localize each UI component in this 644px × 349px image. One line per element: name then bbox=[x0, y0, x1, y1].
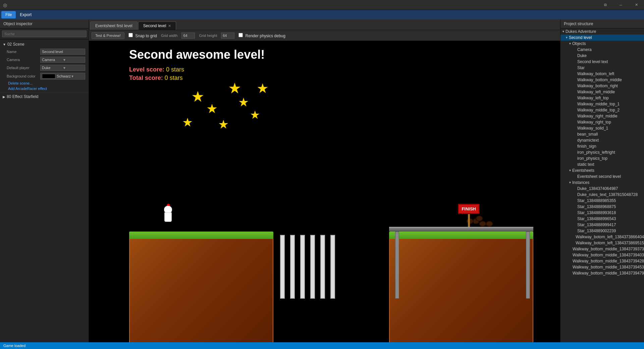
tree-item[interactable]: Walkway_bottom_middle_1384373947993 bbox=[560, 270, 644, 276]
tree-item[interactable]: Duke bbox=[560, 53, 644, 59]
tree-root[interactable]: ▼ Dukes Adventure bbox=[560, 29, 644, 35]
camera-label: Camera bbox=[7, 58, 40, 62]
tree-item-label: Star_1384888993618 bbox=[577, 210, 616, 215]
name-input[interactable] bbox=[40, 49, 85, 55]
tree-item[interactable]: Star_1384888985355 bbox=[560, 198, 644, 204]
snap-to-grid-checkbox[interactable] bbox=[128, 33, 133, 37]
tree-item-label: Walkway_bottom_right bbox=[577, 84, 618, 88]
tree-item-label: Walkway_bottom_middle_1384373937322 bbox=[573, 247, 644, 251]
default-player-dropdown-label: Duke bbox=[42, 66, 63, 70]
tab-second-level[interactable]: Second level ✕ bbox=[138, 21, 176, 30]
minimize-button[interactable]: ─ bbox=[613, 0, 629, 10]
tree-item[interactable]: Walkway_bottom_middle_1384373945327 bbox=[560, 264, 644, 270]
tree-item[interactable]: static text bbox=[560, 161, 644, 167]
tree-item[interactable]: Walkway_middle_top_2 bbox=[560, 107, 644, 113]
tree-item[interactable]: bean_small bbox=[560, 131, 644, 137]
elevated-platform bbox=[389, 227, 533, 232]
tree-item-label: Duke bbox=[577, 53, 587, 58]
grid-width-input[interactable] bbox=[181, 33, 195, 39]
tree-item[interactable]: Walkway_left_top bbox=[560, 95, 644, 101]
tree-item[interactable]: ▼Instances bbox=[560, 180, 644, 186]
total-score-row: Total score: 0 stars bbox=[129, 74, 183, 82]
tree-item[interactable]: Second level text bbox=[560, 59, 644, 65]
expand-icon: ▼ bbox=[569, 181, 572, 184]
star-4: ★ bbox=[238, 95, 249, 109]
tree-item-label: Star bbox=[577, 65, 585, 70]
preview-button[interactable]: Test & Preview! bbox=[92, 32, 124, 39]
project-structure-header: Project structure bbox=[560, 19, 644, 29]
pillar-4 bbox=[310, 235, 315, 299]
tree-item[interactable]: finish_sign bbox=[560, 143, 644, 149]
tree-item[interactable]: Walkway_bottom_middle bbox=[560, 77, 644, 83]
tree-objects[interactable]: ▼ Objects bbox=[560, 41, 644, 47]
tree-item[interactable]: Walkway_middle_top_1 bbox=[560, 101, 644, 107]
camera-dropdown[interactable]: Camera ▼ bbox=[40, 57, 85, 63]
tree-item-label: iron_physics_top bbox=[577, 156, 607, 161]
tree-item[interactable]: Walkway_left_middle bbox=[560, 89, 644, 95]
close-button[interactable]: ✕ bbox=[629, 0, 644, 10]
camera-prop-row: Camera Camera ▼ bbox=[0, 56, 89, 64]
file-menu[interactable]: File bbox=[1, 11, 16, 18]
camera-dropdown-label: Camera bbox=[42, 58, 63, 62]
star-6: ★ bbox=[182, 115, 193, 130]
platform-leg-right bbox=[526, 232, 530, 299]
tree-item[interactable]: Duke_1384374064987 bbox=[560, 186, 644, 192]
scene-label: 02 Scene bbox=[7, 42, 24, 47]
tree-item[interactable]: Walkway_botom_left_1384373869515 bbox=[560, 240, 644, 246]
add-effect-link[interactable]: Add ArcadeRacer effect bbox=[0, 86, 89, 91]
game-canvas-area: Second awesome level! Level score: 0 sta… bbox=[89, 41, 560, 342]
star-3: ★ bbox=[206, 101, 218, 116]
camera-value: Camera ▼ bbox=[40, 57, 85, 63]
tab-close-icon[interactable]: ✕ bbox=[168, 24, 171, 28]
tree-item[interactable]: Walkway_botom_left bbox=[560, 71, 644, 77]
tree-item[interactable]: Star_1384888996543 bbox=[560, 216, 644, 222]
tree-item[interactable]: dynamictext bbox=[560, 137, 644, 143]
render-physics-checkbox[interactable] bbox=[238, 33, 243, 37]
tree-item[interactable]: iron_physics_leftright bbox=[560, 149, 644, 155]
tree-item[interactable]: Camera bbox=[560, 47, 644, 53]
finish-sign-text: FINISH bbox=[458, 204, 480, 214]
tree-item[interactable]: Walkway_right_top bbox=[560, 119, 644, 125]
tree-item-label: Camera bbox=[577, 47, 592, 52]
tree-item[interactable]: Walkway_bottom_middle_1384373940351 bbox=[560, 252, 644, 258]
bg-color-value: Schwarz ▼ bbox=[40, 73, 85, 80]
tree-item[interactable]: Walkway_right_middle bbox=[560, 113, 644, 119]
tree-item[interactable]: ▼Eventsheets bbox=[560, 167, 644, 173]
default-player-dropdown[interactable]: Duke ▼ bbox=[40, 65, 85, 71]
delete-scene-link[interactable]: Delete scene... bbox=[0, 81, 89, 86]
tree-item[interactable]: Walkway_bottom_right bbox=[560, 83, 644, 89]
grid-width-label: Grid width bbox=[161, 34, 178, 38]
grid-height-input[interactable] bbox=[221, 33, 234, 39]
grid-height-label: Grid height bbox=[199, 34, 217, 38]
tree-item[interactable]: Duke_rules_text_1387815048728 bbox=[560, 192, 644, 198]
scene-section-header[interactable]: ▼ 02 Scene bbox=[0, 41, 89, 48]
center-panel: Eventsheet first level Second level ✕ Te… bbox=[89, 19, 560, 342]
tab-eventsheet-label: Eventsheet first level bbox=[95, 23, 132, 28]
menubar: File Export bbox=[0, 10, 644, 19]
tree-item[interactable]: Star_1384888968875 bbox=[560, 204, 644, 210]
bg-color-dropdown[interactable]: Schwarz ▼ bbox=[40, 73, 85, 80]
tree-item-label: Star_1384888968875 bbox=[577, 204, 616, 209]
tree-item[interactable]: Eventsheet second level bbox=[560, 173, 644, 180]
effect-section[interactable]: ▶ 80 Effect Starfield bbox=[0, 93, 89, 100]
tree-item[interactable]: Star_1384888993618 bbox=[560, 210, 644, 216]
tab-eventsheet-first-level[interactable]: Eventsheet first level bbox=[90, 21, 138, 30]
tree-item[interactable]: Walkway_bottom_middle_1384373937322 bbox=[560, 246, 644, 252]
tree-item[interactable]: Walkway_botom_left_1384373866404 bbox=[560, 234, 644, 240]
platform-leg-left bbox=[395, 232, 399, 299]
second-level-expand-icon: ▼ bbox=[565, 36, 568, 39]
tree-item[interactable]: Star bbox=[560, 65, 644, 71]
tree-item[interactable]: Star_1384888999417 bbox=[560, 222, 644, 228]
tree-item[interactable]: iron_physics_top bbox=[560, 155, 644, 161]
tree-item[interactable]: Walkway_bottom_middle_1384373942839 bbox=[560, 258, 644, 264]
tree-item-label: Duke_1384374064987 bbox=[577, 186, 618, 191]
name-label: Name bbox=[7, 50, 40, 54]
tree-second-level[interactable]: ▼ Second level bbox=[560, 35, 644, 41]
tree-item[interactable]: Walkway_solid_1 bbox=[560, 125, 644, 131]
export-menu[interactable]: Export bbox=[16, 11, 36, 18]
tree-item-label: Star_1384889002239 bbox=[577, 229, 616, 233]
search-input[interactable] bbox=[2, 31, 87, 37]
tree-item[interactable]: Star_1384889002239 bbox=[560, 228, 644, 234]
restore-button[interactable]: ⧉ bbox=[598, 0, 613, 10]
tree-item-label: iron_physics_leftright bbox=[577, 150, 615, 155]
